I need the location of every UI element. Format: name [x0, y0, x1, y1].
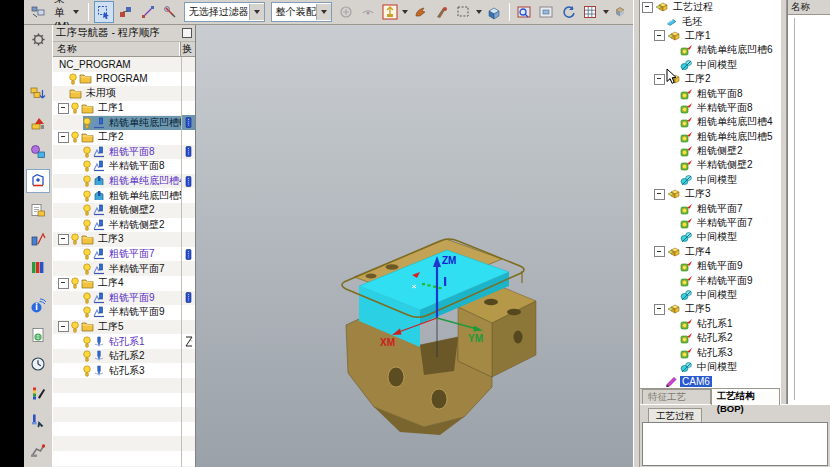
process-row[interactable]: 工序1 — [640, 29, 780, 43]
process-row[interactable]: 中间模型 — [640, 230, 780, 244]
library-icon[interactable] — [26, 255, 50, 279]
html-report-icon[interactable] — [26, 323, 50, 347]
panel-splitter[interactable] — [633, 0, 640, 467]
geometry-view-icon[interactable] — [26, 140, 50, 164]
tree-collapse-icon[interactable] — [654, 304, 665, 315]
navigator-row[interactable]: 工序3 — [53, 232, 195, 247]
navigator-row[interactable]: 半精铣平面9 — [53, 305, 195, 320]
unhide-button[interactable] — [358, 1, 378, 23]
highlight-select-button[interactable] — [94, 1, 114, 23]
navigator-row[interactable]: 粗铣平面8 — [53, 145, 195, 160]
tab-process-structure-bop[interactable]: 工艺结构(BOP) — [711, 388, 780, 405]
navigator-row[interactable]: 精铣单纯底凹槽6 — [53, 115, 195, 130]
shop-documentation-icon[interactable] — [26, 198, 50, 222]
machining-method-view-icon[interactable] — [26, 169, 50, 193]
navigator-row[interactable]: 粗铣平面7 — [53, 247, 195, 262]
layer-settings-button[interactable] — [581, 1, 601, 23]
robot-icon[interactable] — [26, 438, 50, 462]
tree-collapse-icon[interactable] — [58, 103, 69, 114]
tool-path-visualize-icon[interactable] — [26, 227, 50, 251]
machine-tool-view-icon[interactable] — [26, 111, 50, 135]
tree-collapse-icon[interactable] — [58, 278, 69, 289]
process-row[interactable]: 粗铣平面8 — [640, 86, 780, 100]
process-row[interactable]: 粗铣侧壁2 — [640, 144, 780, 158]
process-row[interactable]: 毛坯 — [640, 14, 780, 28]
3d-viewport[interactable]: ZM XM YM — [196, 25, 633, 467]
settings-gear-icon[interactable] — [26, 28, 50, 52]
assembly-constraint-button[interactable] — [432, 1, 452, 23]
show-hide-button[interactable] — [336, 1, 356, 23]
process-row[interactable]: 半精铣平面7 — [640, 216, 780, 230]
navigator-row[interactable]: 粗铣单纯底凹槽4 — [53, 174, 195, 189]
lasso-select-button[interactable] — [454, 1, 474, 23]
tree-collapse-icon[interactable] — [58, 132, 69, 143]
navigator-row[interactable]: 粗铣平面9 — [53, 291, 195, 306]
move-component-button[interactable] — [380, 1, 400, 23]
menu-button[interactable]: 菜单(M) — [50, 2, 83, 22]
process-row[interactable]: 中间模型 — [640, 288, 780, 302]
column-header-toolchange[interactable]: 换 — [181, 42, 195, 56]
section-view-button[interactable] — [611, 1, 631, 23]
process-row[interactable]: 工艺过程 — [640, 0, 780, 14]
touch-mode-icon[interactable] — [26, 409, 50, 433]
process-row[interactable]: 粗铣平面9 — [640, 259, 780, 273]
process-row[interactable]: 半精铣侧壁2 — [640, 158, 780, 172]
work-box-icon[interactable] — [484, 1, 504, 23]
process-row[interactable]: 半精铣平面8 — [640, 101, 780, 115]
app-grid-icon[interactable] — [28, 1, 48, 23]
selection-filter-dropdown[interactable]: 无选择过滤器 — [184, 2, 265, 22]
process-row[interactable]: 粗铣单纯底凹槽5 — [640, 130, 780, 144]
navigator-row[interactable]: 半精铣平面8 — [53, 159, 195, 174]
tab-process[interactable]: 工艺过程 — [648, 408, 702, 422]
tree-collapse-icon[interactable] — [58, 234, 69, 245]
process-row[interactable]: 工序4 — [640, 245, 780, 259]
assistant-info-icon[interactable] — [26, 294, 50, 318]
deselect-button[interactable] — [160, 1, 180, 23]
process-row[interactable]: 工序3 — [640, 187, 780, 201]
customer-feedback-icon[interactable] — [26, 381, 50, 405]
navigator-row[interactable]: 钻孔系3 — [53, 363, 195, 378]
tree-collapse-icon[interactable] — [642, 2, 653, 13]
related-select-button[interactable] — [116, 1, 136, 23]
process-row[interactable]: 半精铣平面9 — [640, 273, 780, 287]
process-row[interactable]: 钻孔系1 — [640, 317, 780, 331]
drag-component-button[interactable] — [410, 1, 430, 23]
process-row[interactable]: CAM6 — [640, 374, 780, 388]
column-header-name[interactable]: 名称 — [53, 42, 181, 56]
navigator-row[interactable]: 工序2 — [53, 130, 195, 145]
navigator-row[interactable]: 粗铣侧壁2 — [53, 203, 195, 218]
panel-float-button[interactable] — [182, 28, 192, 38]
process-row[interactable]: 粗铣平面7 — [640, 201, 780, 215]
navigator-row[interactable]: NC_PROGRAM — [53, 57, 195, 72]
process-row[interactable]: 中间模型 — [640, 58, 780, 72]
process-row[interactable]: 中间模型 — [640, 173, 780, 187]
panel-splitter[interactable] — [780, 0, 787, 404]
zoom-window-button[interactable] — [515, 1, 535, 23]
navigator-row[interactable]: 工序1 — [53, 101, 195, 116]
process-row[interactable]: 钻孔系2 — [640, 331, 780, 345]
process-row[interactable]: 粗铣单纯底凹槽4 — [640, 115, 780, 129]
tree-collapse-icon[interactable] — [58, 321, 69, 332]
process-row[interactable]: 精铣单纯底凹槽6 — [640, 43, 780, 57]
program-order-view-icon[interactable] — [26, 83, 50, 107]
chevron-down-icon[interactable] — [476, 10, 482, 14]
process-row[interactable]: 中间模型 — [640, 360, 780, 374]
navigator-row[interactable]: 未用项 — [53, 86, 195, 101]
name-column-header[interactable]: 名称 — [788, 0, 830, 15]
process-row[interactable]: 工序5 — [640, 302, 780, 316]
tree-collapse-icon[interactable] — [654, 189, 665, 200]
navigator-row[interactable]: 钻孔系1 — [53, 334, 195, 349]
navigator-row[interactable]: 半精铣侧壁2 — [53, 218, 195, 233]
navigator-row[interactable]: 工序5 — [53, 320, 195, 335]
snap-point-button[interactable] — [138, 1, 158, 23]
tree-collapse-icon[interactable] — [654, 246, 665, 257]
selection-scope-dropdown[interactable]: 整个装配 — [271, 2, 332, 22]
tree-collapse-icon[interactable] — [654, 74, 665, 85]
chevron-down-icon[interactable] — [603, 10, 609, 14]
navigator-row[interactable]: 半精铣平面7 — [53, 261, 195, 276]
process-row[interactable]: 工序2 — [640, 72, 780, 86]
navigator-row[interactable]: 粗铣单纯底凹槽5 — [53, 188, 195, 203]
refresh-button[interactable] — [559, 1, 579, 23]
tree-collapse-icon[interactable] — [654, 30, 665, 41]
navigator-row[interactable]: 工序4 — [53, 276, 195, 291]
